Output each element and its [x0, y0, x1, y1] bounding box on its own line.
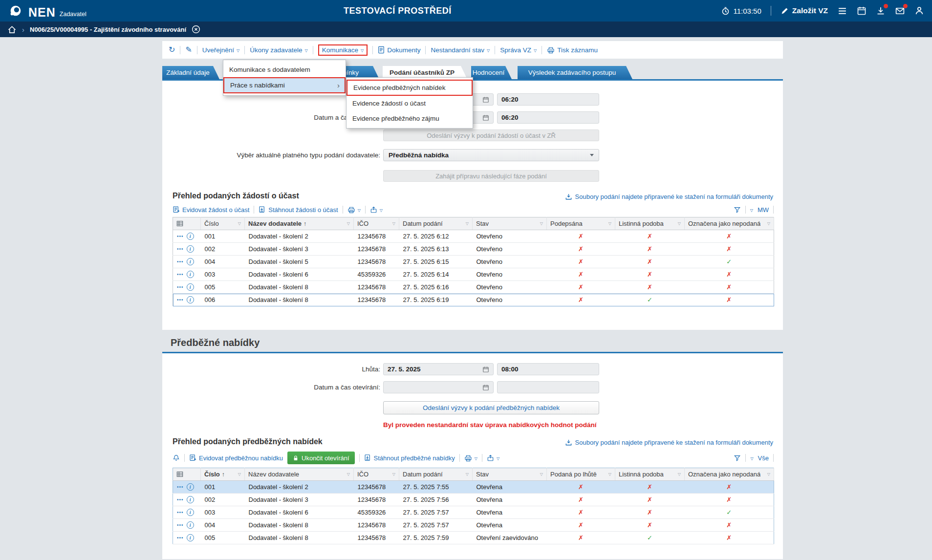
- next-phase-button[interactable]: Zahájit přípravu následující fáze podání: [383, 170, 599, 182]
- breadcrumb-record[interactable]: N006/25/V00004995 - Zajištění závodního …: [30, 26, 186, 33]
- menu-item-evidence-zadosti-o-ucast[interactable]: Evidence žádostí o účast: [347, 96, 473, 111]
- menu-nestandardni-stav[interactable]: Nestandardní stav▽: [431, 46, 490, 54]
- export-table-button[interactable]: ▽: [487, 454, 499, 462]
- table-row[interactable]: •••i 004 Dodavatel - školení 8 12345678 …: [173, 519, 774, 532]
- column-filter-icon[interactable]: ▽: [538, 472, 543, 476]
- mail-icon[interactable]: [895, 6, 905, 16]
- home-icon[interactable]: [7, 25, 17, 34]
- column-stav[interactable]: Stav▽: [473, 468, 547, 481]
- export-table-button[interactable]: ▽: [370, 206, 383, 214]
- column-filter-icon[interactable]: ▽: [765, 221, 770, 226]
- deadline-date-field[interactable]: 27. 5. 2025: [383, 363, 494, 375]
- row-options-icon[interactable]: •••: [177, 297, 184, 302]
- calendar-icon[interactable]: [482, 96, 489, 103]
- column-listinna-podoba[interactable]: Listinná podoba▽: [615, 217, 685, 230]
- row-options-icon[interactable]: •••: [177, 234, 184, 239]
- filter-icon[interactable]: [734, 206, 741, 214]
- column-ico[interactable]: IČO▽: [354, 468, 399, 481]
- chevron-down-icon[interactable]: ▽: [750, 207, 753, 213]
- menu-sprava-vz[interactable]: Správa VZ▽: [500, 46, 537, 54]
- calendar-icon[interactable]: [482, 384, 489, 391]
- column-oznacena-jako-nepodana[interactable]: Označena jako nepodaná▽: [685, 468, 774, 481]
- row-info-icon[interactable]: i: [187, 496, 194, 503]
- row-info-icon[interactable]: i: [187, 283, 194, 291]
- refresh-icon[interactable]: ↻: [169, 46, 175, 54]
- column-filter-icon[interactable]: ▽: [464, 472, 469, 476]
- menu-komunikace[interactable]: Komunikace▽: [318, 44, 368, 56]
- view-label[interactable]: Vše: [758, 454, 769, 462]
- column-filter-icon[interactable]: ▽: [390, 221, 395, 226]
- calendar-icon[interactable]: [482, 114, 489, 121]
- nen-logo-icon[interactable]: [8, 3, 23, 19]
- column-cislo[interactable]: Číslo↑▽: [201, 468, 245, 481]
- column-datum-podani[interactable]: Datum podání▽: [399, 468, 473, 481]
- register-preliminary-button[interactable]: Evidovat předběžnou nabídku: [189, 454, 283, 462]
- edit-icon[interactable]: ✎: [185, 46, 192, 54]
- deadline-time-field[interactable]: 06:20: [497, 93, 599, 106]
- row-info-icon[interactable]: i: [187, 483, 194, 491]
- column-filter-icon[interactable]: ▽: [676, 221, 681, 226]
- row-info-icon[interactable]: i: [187, 521, 194, 529]
- download-note-link[interactable]: Soubory podání najdete připravené ke sta…: [565, 193, 773, 200]
- row-info-icon[interactable]: i: [187, 233, 194, 240]
- row-info-icon[interactable]: i: [187, 271, 194, 278]
- column-listinna-podoba[interactable]: Listinná podoba▽: [615, 468, 685, 481]
- table-row[interactable]: •••i 005 Dodavatel - školení 8 12345678 …: [173, 532, 774, 544]
- download-requests-button[interactable]: Stáhnout žádosti o účast: [259, 206, 338, 214]
- opening-date-field[interactable]: [383, 381, 494, 393]
- download-note-link[interactable]: Soubory podání najdete připravené ke sta…: [565, 439, 773, 446]
- table-row[interactable]: •••i 003 Dodavatel - školení 6 45359326 …: [173, 268, 774, 281]
- row-info-icon[interactable]: i: [187, 534, 194, 541]
- column-oznacena-jako-nepodana[interactable]: Označena jako nepodaná▽: [685, 217, 774, 230]
- print-table-button[interactable]: ▽: [347, 206, 361, 214]
- column-stav[interactable]: Stav▽: [473, 217, 547, 230]
- row-options-icon[interactable]: •••: [177, 259, 184, 264]
- menu-icon[interactable]: [837, 6, 847, 16]
- column-filter-icon[interactable]: ▽: [607, 221, 611, 226]
- register-request-button[interactable]: Evidovat žádost o účast: [173, 206, 249, 214]
- table-row[interactable]: •••i 002 Dodavatel - školení 3 12345678 …: [173, 494, 774, 506]
- calendar-icon[interactable]: [482, 366, 489, 373]
- table-row[interactable]: •••i 005 Dodavatel - školení 8 12345678 …: [173, 281, 774, 294]
- menu-tisk-zaznamu[interactable]: Tisk záznamu: [547, 46, 598, 54]
- row-options-icon[interactable]: •••: [177, 522, 184, 528]
- menu-item-prace-s-nabidkami[interactable]: Práce s nabídkami ›: [223, 77, 346, 93]
- row-info-icon[interactable]: i: [187, 509, 194, 516]
- column-podepsana[interactable]: Podepsána▽: [547, 217, 615, 230]
- create-vz-button[interactable]: Založit VZ: [780, 6, 828, 15]
- submission-type-select[interactable]: Předběžná nabídka: [383, 149, 599, 161]
- column-filter-icon[interactable]: ▽: [390, 472, 395, 476]
- column-podana-po-lhute[interactable]: Podaná po lhůtě▽: [547, 468, 615, 481]
- menu-item-komunikace-s-dodavatelem[interactable]: Komunikace s dodavatelem: [223, 62, 346, 77]
- column-filter-icon[interactable]: ▽: [345, 472, 350, 476]
- column-nazev-dodavatele[interactable]: Název dodavatele↑▽: [245, 217, 354, 230]
- menu-dokumenty[interactable]: Dokumenty: [378, 46, 420, 54]
- view-label[interactable]: MW: [758, 206, 769, 214]
- deadline-time-field[interactable]: 08:00: [497, 363, 599, 375]
- table-row[interactable]: •••i 006 Dodavatel - školení 8 12345678 …: [173, 294, 774, 306]
- column-filter-icon[interactable]: ▽: [765, 472, 770, 476]
- bell-icon[interactable]: [173, 454, 180, 462]
- table-row[interactable]: •••i 002 Dodavatel - školení 3 12345678 …: [173, 243, 774, 256]
- table-row[interactable]: •••i 003 Dodavatel - školení 6 45359326 …: [173, 506, 774, 519]
- column-filter-icon[interactable]: ▽: [607, 472, 611, 476]
- download-icon[interactable]: [876, 6, 886, 16]
- column-chooser[interactable]: [173, 468, 201, 481]
- column-filter-icon[interactable]: ▽: [464, 221, 469, 226]
- menu-item-evidence-predbeznych-nabidek[interactable]: Evidence předběžných nabídek: [347, 80, 473, 96]
- row-options-icon[interactable]: •••: [177, 535, 184, 540]
- row-info-icon[interactable]: i: [187, 296, 194, 303]
- end-opening-button[interactable]: Ukončit otevírání: [287, 452, 355, 464]
- send-participation-request-button[interactable]: Odeslání výzvy k podání žádostí o účast …: [383, 129, 599, 141]
- opening-time-field[interactable]: 06:20: [497, 111, 599, 124]
- menu-uverejneni[interactable]: Uveřejnění▽: [202, 46, 239, 54]
- row-options-icon[interactable]: •••: [177, 510, 184, 515]
- row-options-icon[interactable]: •••: [177, 246, 184, 252]
- column-datum-podani[interactable]: Datum podání▽: [399, 217, 473, 230]
- column-chooser[interactable]: [173, 217, 201, 230]
- chevron-down-icon[interactable]: ▽: [750, 455, 753, 461]
- menu-ukony-zadavatele[interactable]: Úkony zadavatele▽: [250, 46, 307, 54]
- row-options-icon[interactable]: •••: [177, 497, 184, 502]
- column-filter-icon[interactable]: ▽: [345, 221, 350, 226]
- close-icon[interactable]: [192, 25, 200, 34]
